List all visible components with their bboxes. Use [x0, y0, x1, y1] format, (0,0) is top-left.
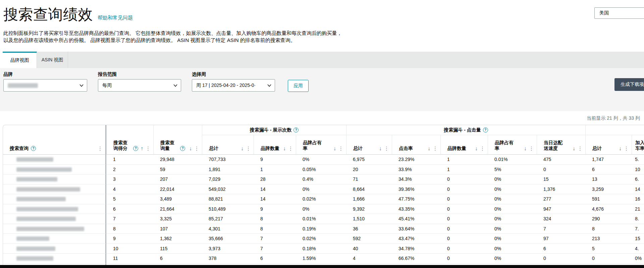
column-label: 加入购物车率 [635, 140, 644, 151]
kebab-menu-icon[interactable]: ⋮ [194, 146, 199, 151]
cell-search-query-volume: 3,489 [153, 194, 202, 204]
help-icon[interactable]: ? [483, 127, 488, 132]
sort-desc-icon[interactable]: ↓ [428, 146, 430, 151]
cell-search-query-volume: 115 [153, 244, 202, 254]
header-search-query[interactable]: 搜索查询?⋮ [3, 125, 106, 155]
header-cart-add-rate[interactable]: 加入购物车率↓⋮ [632, 135, 644, 155]
column-label: 当日达配送速度 [544, 140, 565, 151]
kebab-menu-icon[interactable]: ⋮ [338, 146, 343, 151]
kebab-menu-icon[interactable]: ⋮ [624, 146, 629, 151]
sort-desc-icon[interactable]: ↓ [619, 146, 622, 151]
cell-impressions-brand-count: 14 [254, 194, 296, 204]
redacted-search-query [16, 236, 49, 241]
sort-desc-icon[interactable]: ↓ [573, 146, 575, 151]
cell-impressions-total: 35,666 [202, 234, 254, 244]
cell-impressions-total: 1,891 [202, 165, 254, 175]
header-clicks-brand-count[interactable]: 品牌数量↓⋮ [440, 135, 488, 155]
cell-impressions-brand-share: 0.4% [296, 174, 346, 184]
reporting-range-value: 每周 [102, 83, 112, 89]
group-header-impressions-funnel[interactable]: 搜索漏斗 - 展示次数? [202, 125, 346, 135]
cell-cart-adds-total: 591 [585, 194, 632, 204]
reporting-range-label: 报告范围 [98, 71, 117, 77]
sort-desc-icon[interactable]: ↓ [524, 146, 527, 151]
kebab-menu-icon[interactable]: ⋮ [98, 146, 103, 151]
cell-search-query [3, 224, 106, 234]
help-icon[interactable]: ? [180, 146, 185, 151]
cell-clicks-brand-share: 0% [488, 184, 537, 195]
generate-download-button[interactable]: 生成下载项 [614, 78, 644, 91]
header-impressions-brand-count[interactable]: 品牌数量↓⋮ [254, 135, 296, 155]
header-clicks-total[interactable]: 总计↓⋮ [346, 135, 392, 155]
sort-desc-icon[interactable]: ↓ [333, 146, 336, 151]
cell-same-day-delivery-speed: 15 [537, 174, 585, 184]
kebab-menu-icon[interactable]: ⋮ [246, 146, 251, 151]
cell-cart-add-rate: 10 [632, 165, 644, 175]
help-faq-link[interactable]: 帮助和常见问题 [98, 15, 133, 21]
page-description: 此控制面板列出了将买家引导至您品牌商品的最热门查询。 它包括整体查询绩效，如展示… [3, 30, 343, 44]
sort-desc-icon[interactable]: ↓ [283, 146, 286, 151]
apply-button[interactable]: 应用 [288, 80, 309, 92]
kebab-menu-icon[interactable]: ⋮ [529, 146, 534, 151]
header-cart-adds-total[interactable]: 总计↓⋮ [585, 135, 632, 155]
header-impressions-brand-share[interactable]: 品牌占有率↓⋮ [296, 135, 346, 155]
header-impressions-total[interactable]: 总计↓⋮ [202, 135, 254, 155]
cell-search-query [3, 184, 106, 195]
header-click-rate[interactable]: 点击率↓⋮ [392, 135, 440, 155]
group-header-cart-adds-funnel[interactable] [585, 125, 644, 135]
cell-search-query [3, 204, 106, 214]
cell-clicks-brand-share: 0% [488, 244, 537, 254]
help-icon[interactable]: ? [31, 146, 36, 151]
tab-asin-view[interactable]: ASIN 视图 [37, 52, 68, 68]
cell-clicks-brand-share: 0% [488, 224, 537, 234]
cell-cart-add-rate: 8. [632, 214, 644, 224]
cell-search-query-score: 6 [106, 204, 153, 214]
cell-same-day-delivery-speed: 324 [537, 214, 585, 224]
kebab-menu-icon[interactable]: ⋮ [480, 146, 485, 151]
cell-same-day-delivery-speed: 0 [537, 254, 585, 264]
column-label: 搜索查询 [10, 146, 29, 151]
cell-impressions-brand-count: 9 [254, 204, 296, 214]
header-search-query-score[interactable]: 搜索查询得分?↑⋮ [106, 125, 153, 155]
tab-brand-view[interactable]: 品牌视图 [3, 52, 37, 68]
cell-impressions-brand-share: 0% [296, 155, 346, 165]
cell-cart-adds-total: 1,747 [585, 155, 632, 165]
redacted-search-query [16, 157, 53, 162]
group-header-clicks-funnel[interactable]: 搜索漏斗 - 点击量? [346, 125, 585, 135]
brand-select[interactable] [3, 79, 87, 92]
header-same-day-delivery-speed[interactable]: 当日达配送速度↓⋮ [537, 135, 585, 155]
cell-search-query-score: 4 [106, 184, 153, 195]
cell-same-day-delivery-speed: 7 [537, 224, 585, 234]
sort-desc-icon[interactable]: ↓ [475, 146, 478, 151]
header-clicks-brand-share[interactable]: 品牌占有率↓⋮ [488, 135, 537, 155]
cell-search-query [3, 254, 106, 264]
kebab-menu-icon[interactable]: ⋮ [578, 146, 583, 151]
kebab-menu-icon[interactable]: ⋮ [288, 146, 293, 151]
reporting-range-select[interactable]: 每周 [98, 79, 181, 92]
cell-click-rate: 39.36% [392, 184, 440, 195]
sort-desc-icon[interactable]: ↓ [189, 146, 192, 151]
help-icon[interactable]: ? [293, 127, 299, 132]
select-week-label: 选择周 [192, 71, 206, 77]
sort-asc-icon[interactable]: ↑ [141, 146, 143, 151]
cell-clicks-total: 8,664 [346, 184, 392, 195]
cell-impressions-total: 7,029 [202, 174, 254, 184]
cell-clicks-total: 71 [346, 174, 392, 184]
sort-desc-icon[interactable]: ↓ [241, 146, 244, 151]
header-search-query-volume[interactable]: 搜索查询量?↓⋮ [153, 125, 202, 155]
cell-clicks-brand-count: 0 [440, 174, 488, 184]
kebab-menu-icon[interactable]: ⋮ [384, 146, 389, 151]
cell-impressions-total: 3,973 [202, 244, 254, 254]
cell-impressions-brand-count: 1 [254, 165, 296, 175]
marketplace-select[interactable]: 美国 [594, 7, 644, 19]
cell-clicks-brand-count: 0 [440, 244, 488, 254]
help-icon[interactable]: ? [133, 146, 138, 151]
kebab-menu-icon[interactable]: ⋮ [146, 146, 151, 151]
sort-desc-icon[interactable]: ↓ [379, 146, 382, 151]
select-week-select[interactable]: 周 17 | 2025-04-20 - 2025-0· [192, 79, 275, 92]
column-label: 品牌占有率 [303, 140, 324, 151]
cell-same-day-delivery-speed: 0 [537, 165, 585, 175]
cell-click-rate: 66.67% [392, 254, 440, 264]
page-title: 搜索查询绩效 [3, 5, 93, 24]
cell-search-query-volume: 6 [153, 254, 202, 264]
kebab-menu-icon[interactable]: ⋮ [433, 146, 438, 151]
